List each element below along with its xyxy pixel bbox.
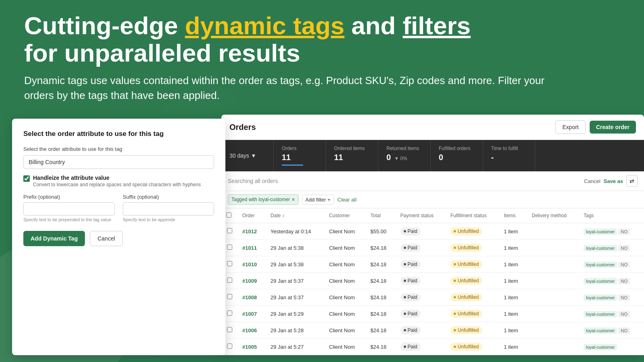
- row-items: 1 item: [499, 322, 527, 339]
- col-payment: Payment status: [396, 208, 446, 223]
- paid-dot: [404, 329, 406, 331]
- payment-badge: Paid: [400, 293, 421, 301]
- create-order-button[interactable]: Create order: [590, 121, 636, 134]
- row-order-id: #1005: [237, 339, 266, 355]
- row-checkbox-6[interactable]: [227, 327, 232, 332]
- row-date: 29 Jan at 5:28: [266, 322, 324, 339]
- fulfillment-badge: Unfulfilled: [450, 310, 482, 318]
- stat-returned-items: Returned items 0 ▼ 0%: [378, 140, 431, 171]
- row-checkbox-7[interactable]: [227, 343, 232, 349]
- row-customer: Client Nom: [324, 240, 365, 256]
- table-row[interactable]: #1012 Yesterday at 0:14 Client Nom $55.0…: [221, 223, 644, 240]
- row-checkbox-5[interactable]: [227, 311, 232, 316]
- payment-badge: Paid: [400, 260, 421, 268]
- time-to-fulfill-label: Time to fulfill: [491, 146, 527, 151]
- col-items: Items: [499, 208, 527, 223]
- table-row[interactable]: #1007 29 Jan at 5:29 Client Nom $24.18 P…: [221, 306, 644, 322]
- row-checkbox-4[interactable]: [227, 294, 232, 299]
- row-fulfillment: Unfulfilled: [446, 339, 499, 355]
- filters-row: Searching all orders Cancel Save as ⇄: [221, 171, 644, 191]
- table-row[interactable]: #1008 29 Jan at 5:37 Client Nom $24.18 P…: [221, 289, 644, 306]
- table-row[interactable]: #1010 29 Jan at 5:38 Client Nom $24.18 P…: [221, 256, 644, 273]
- orders-bar: [282, 165, 303, 166]
- stat-fulfilled-orders: Fulfilled orders 0: [431, 140, 483, 171]
- orders-header: Orders Export Create order: [221, 115, 644, 140]
- filter-actions: Cancel Save as ⇄: [584, 175, 638, 187]
- row-delivery: [527, 339, 579, 355]
- payment-badge: Paid: [400, 244, 421, 252]
- row-total: $55.00: [365, 223, 395, 240]
- row-customer: Client Nom: [324, 306, 365, 322]
- row-date: 29 Jan at 5:37: [266, 289, 324, 306]
- stat-period[interactable]: 30 days ▼: [221, 140, 274, 171]
- row-fulfillment: Unfulfilled: [446, 306, 499, 322]
- add-dynamic-tag-button[interactable]: Add Dynamic Tag: [23, 231, 85, 246]
- add-filter-button[interactable]: Add filter +: [302, 195, 334, 205]
- row-checkbox-2[interactable]: [227, 261, 232, 266]
- table-header: Order Date ↕ Customer Total Payment stat…: [221, 208, 644, 223]
- fulfilled-orders-value: 0: [439, 153, 475, 162]
- filter-cancel-btn[interactable]: Cancel: [584, 178, 600, 184]
- row-delivery: [527, 322, 579, 339]
- stats-bar: 30 days ▼ Orders 11 Ordered items 11 Ret…: [221, 140, 644, 171]
- row-total: $24.18: [365, 289, 395, 306]
- row-order-id: #1012: [237, 223, 266, 240]
- row-total: $24.18: [365, 306, 395, 322]
- export-button[interactable]: Export: [555, 120, 585, 134]
- row-items: 1 item: [499, 223, 527, 240]
- col-total: Total: [365, 208, 395, 223]
- remove-filter-chip[interactable]: ×: [291, 196, 295, 203]
- table-header-row: Order Date ↕ Customer Total Payment stat…: [221, 208, 644, 223]
- row-fulfillment: Unfulfilled: [446, 223, 499, 240]
- payment-badge: Paid: [400, 310, 421, 318]
- suffix-input[interactable]: [123, 202, 214, 216]
- filter-save-btn[interactable]: Save as: [604, 178, 623, 184]
- row-order-id: #1007: [237, 306, 266, 322]
- row-customer: Client Nom: [324, 322, 365, 339]
- modal-buttons: Add Dynamic Tag Cancel: [23, 231, 214, 246]
- prefix-hint: Specify text to be prepended to the tag …: [23, 217, 115, 222]
- handleize-checkbox[interactable]: [23, 175, 30, 182]
- row-order-id: #1010: [237, 256, 266, 273]
- row-checkbox-3[interactable]: [227, 278, 232, 283]
- row-order-id: #1011: [237, 240, 266, 256]
- table-row[interactable]: #1009 29 Jan at 5:37 Client Nom $24.18 P…: [221, 273, 644, 289]
- table-row[interactable]: #1006 29 Jan at 5:28 Client Nom $24.18 P…: [221, 322, 644, 339]
- ordered-items-label: Ordered items: [334, 146, 370, 151]
- row-customer: Client Nom: [324, 256, 365, 273]
- col-order: Order: [237, 208, 266, 223]
- tag-no: NO: [618, 327, 630, 334]
- unfulfilled-dot: [454, 280, 456, 282]
- row-date: 29 Jan at 5:37: [266, 273, 324, 289]
- row-customer: Client Nom: [324, 289, 365, 306]
- orders-value: 11: [282, 153, 318, 162]
- row-tags: loyal-customer: [579, 339, 644, 355]
- table-row[interactable]: #1005 29 Jan at 5:27 Client Nom $24.18 P…: [221, 339, 644, 355]
- row-order-id: #1006: [237, 322, 266, 339]
- clear-all-button[interactable]: Clear all: [337, 197, 357, 203]
- table-row[interactable]: #1011 29 Jan at 5:38 Client Nom $24.18 P…: [221, 240, 644, 256]
- filter-settings-icon[interactable]: ⇄: [626, 175, 638, 187]
- returned-items-pct: ▼ 0%: [394, 156, 407, 161]
- row-items: 1 item: [499, 306, 527, 322]
- modal-cancel-button[interactable]: Cancel: [90, 231, 123, 246]
- row-items: 1 item: [499, 273, 527, 289]
- hero-title-line2: for unparalleled results: [24, 39, 300, 67]
- paid-dot: [404, 230, 406, 232]
- row-total: $24.18: [365, 240, 395, 256]
- orders-label: Orders: [282, 146, 318, 151]
- content-area: Select the order attribute to use for th…: [0, 115, 644, 355]
- select-all-checkbox[interactable]: [226, 212, 231, 218]
- row-checkbox-1[interactable]: [227, 245, 232, 250]
- row-items: 1 item: [499, 289, 527, 306]
- handleize-label: Handleize the attribute value: [33, 175, 201, 181]
- row-checkbox-0[interactable]: [227, 228, 232, 233]
- paid-dot: [404, 280, 406, 282]
- payment-badge: Paid: [400, 277, 421, 285]
- prefix-label: Prefix (optional): [23, 194, 115, 200]
- attribute-select[interactable]: Billing Country: [23, 155, 214, 169]
- col-tags: Tags: [579, 208, 644, 223]
- modal-section-label: Select the order attribute to use for th…: [23, 146, 214, 152]
- prefix-input[interactable]: [23, 202, 115, 216]
- tag-no: NO: [618, 261, 630, 268]
